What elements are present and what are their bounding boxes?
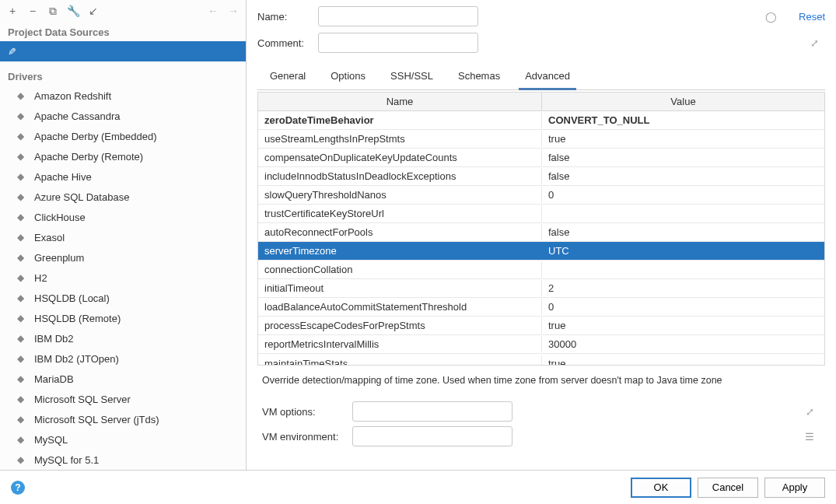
driver-row[interactable]: ◆ClickHouse	[0, 207, 246, 227]
driver-label: H2	[34, 272, 47, 284]
feather-icon: ◆	[14, 150, 26, 163]
property-value[interactable]	[542, 268, 824, 272]
reset-link[interactable]: Reset	[799, 11, 825, 23]
property-value[interactable]: UTC	[542, 243, 824, 259]
driver-label: Apache Hive	[34, 171, 92, 183]
property-value[interactable]: 2	[542, 280, 824, 296]
feather-icon: ◆	[14, 130, 26, 142]
property-row[interactable]: connectionCollation	[258, 261, 824, 279]
list-icon: ☰	[803, 430, 816, 443]
property-row[interactable]: includeInnodbStatusInDeadlockExceptionsf…	[258, 167, 824, 186]
datasource-active-row[interactable]	[0, 41, 246, 61]
add-icon[interactable]: +	[5, 3, 20, 19]
property-row[interactable]: processEscapeCodesForPrepStmtstrue	[258, 317, 824, 335]
driver-row[interactable]: ◆Microsoft SQL Server	[0, 389, 246, 409]
property-row[interactable]: reportMetricsIntervalMillis30000	[258, 335, 824, 354]
cancel-button[interactable]: Cancel	[698, 478, 758, 498]
driver-label: Amazon Redshift	[34, 90, 111, 102]
tab-ssh-ssl[interactable]: SSH/SSL	[378, 64, 446, 89]
driver-label: MariaDB	[34, 373, 74, 385]
driver-row[interactable]: ◆HSQLDB (Remote)	[0, 308, 246, 328]
table-header: Name Value	[258, 93, 824, 111]
driver-row[interactable]: ◆Apache Derby (Remote)	[0, 146, 246, 166]
property-value[interactable]: true	[542, 355, 824, 366]
property-name: loadBalanceAutoCommitStatementThreshold	[258, 299, 542, 315]
sidebar-toolbar: + − ⧉ 🔧 ↙ ← →	[0, 0, 246, 22]
driver-label: Apache Cassandra	[34, 110, 121, 122]
drivers-list: ◆Amazon Redshift◆Apache Cassandra◆Apache…	[0, 86, 246, 470]
driver-label: Microsoft SQL Server (jTds)	[34, 414, 159, 425]
driver-row[interactable]: ◆Greenplum	[0, 247, 246, 268]
reorder-icon[interactable]: ↙	[86, 3, 101, 19]
apply-button[interactable]: Apply	[764, 478, 825, 498]
property-name: includeInnodbStatusInDeadlockExceptions	[258, 168, 542, 184]
driver-label: HSQLDB (Local)	[34, 292, 110, 304]
driver-label: Azure SQL Database	[34, 191, 129, 203]
property-row[interactable]: compensateOnDuplicateKeyUpdateCountsfals…	[258, 149, 824, 167]
wrench-icon[interactable]: 🔧	[65, 3, 81, 19]
driver-row[interactable]: ◆IBM Db2	[0, 328, 246, 348]
property-row[interactable]: initialTimeout2	[258, 279, 824, 298]
property-value[interactable]: 0	[542, 299, 824, 315]
gear-icon: ◆	[14, 312, 26, 324]
db-icon: ◆	[14, 332, 26, 345]
property-row[interactable]: serverTimezone UTC	[258, 242, 824, 261]
property-row[interactable]: maintainTimeStatstrue	[258, 354, 824, 366]
ok-button[interactable]: OK	[631, 478, 691, 498]
property-value[interactable]: false	[542, 224, 824, 240]
tab-advanced[interactable]: Advanced	[512, 64, 582, 89]
comment-label: Comment:	[257, 37, 310, 49]
driver-row[interactable]: ◆Amazon Redshift	[0, 86, 246, 106]
h2-icon: ◆	[14, 271, 26, 284]
driver-row[interactable]: ◆Azure SQL Database	[0, 187, 246, 207]
mssql-icon: ◆	[14, 393, 26, 405]
gear-icon: ◆	[14, 292, 26, 304]
drivers-section-header: Drivers	[0, 66, 246, 86]
back-icon[interactable]: ←	[205, 3, 221, 19]
property-value[interactable]: true	[542, 131, 824, 147]
col-header-value: Value	[542, 93, 824, 110]
driver-label: Greenplum	[34, 252, 84, 264]
vm-options-input[interactable]	[352, 401, 512, 422]
tab-options[interactable]: Options	[318, 64, 378, 89]
property-value[interactable]: 0	[542, 187, 824, 203]
property-name: initialTimeout	[258, 280, 542, 296]
mssql-icon: ◆	[14, 413, 26, 425]
property-row[interactable]: zeroDateTimeBehaviorCONVERT_TO_NULL	[258, 111, 824, 130]
comment-input[interactable]	[318, 33, 478, 53]
driver-row[interactable]: ◆MariaDB	[0, 369, 246, 389]
tab-schemas[interactable]: Schemas	[446, 64, 512, 89]
property-value[interactable]: CONVERT_TO_NULL	[542, 112, 824, 128]
property-row[interactable]: slowQueryThresholdNanos0	[258, 186, 824, 205]
property-value[interactable]: 30000	[542, 336, 824, 352]
property-row[interactable]: autoReconnectForPoolsfalse	[258, 223, 824, 242]
driver-row[interactable]: ◆HSQLDB (Local)	[0, 288, 246, 308]
name-input[interactable]	[318, 6, 478, 26]
property-row[interactable]: useStreamLengthsInPrepStmtstrue	[258, 130, 824, 149]
remove-icon[interactable]: −	[25, 3, 40, 19]
tab-general[interactable]: General	[257, 64, 318, 89]
driver-row[interactable]: ◆Apache Hive	[0, 166, 246, 187]
footer: ? OK Cancel Apply	[0, 470, 836, 504]
property-value[interactable]: true	[542, 317, 824, 334]
driver-row[interactable]: ◆MySQL	[0, 429, 246, 450]
driver-row[interactable]: ◆Apache Derby (Embedded)	[0, 126, 246, 146]
property-row[interactable]: trustCertificateKeyStoreUrl	[258, 205, 824, 223]
driver-row[interactable]: ◆Apache Cassandra	[0, 106, 246, 126]
help-icon[interactable]: ?	[11, 481, 25, 495]
property-value[interactable]: false	[542, 149, 824, 166]
bars-icon: ◆	[14, 211, 26, 223]
col-header-name: Name	[258, 93, 542, 110]
property-row[interactable]: loadBalanceAutoCommitStatementThreshold0	[258, 298, 824, 317]
copy-icon[interactable]: ⧉	[45, 3, 61, 19]
driver-row[interactable]: ◆MySQL for 5.1	[0, 450, 246, 470]
forward-icon[interactable]: →	[226, 3, 241, 19]
driver-row[interactable]: ◆Microsoft SQL Server (jTds)	[0, 409, 246, 429]
property-value[interactable]: false	[542, 168, 824, 184]
vm-env-input[interactable]	[352, 426, 512, 446]
properties-table: Name Value zeroDateTimeBehaviorCONVERT_T…	[257, 92, 825, 366]
driver-row[interactable]: ◆Exasol	[0, 227, 246, 247]
driver-row[interactable]: ◆IBM Db2 (JTOpen)	[0, 348, 246, 369]
property-value[interactable]	[542, 212, 824, 216]
driver-row[interactable]: ◆H2	[0, 268, 246, 288]
